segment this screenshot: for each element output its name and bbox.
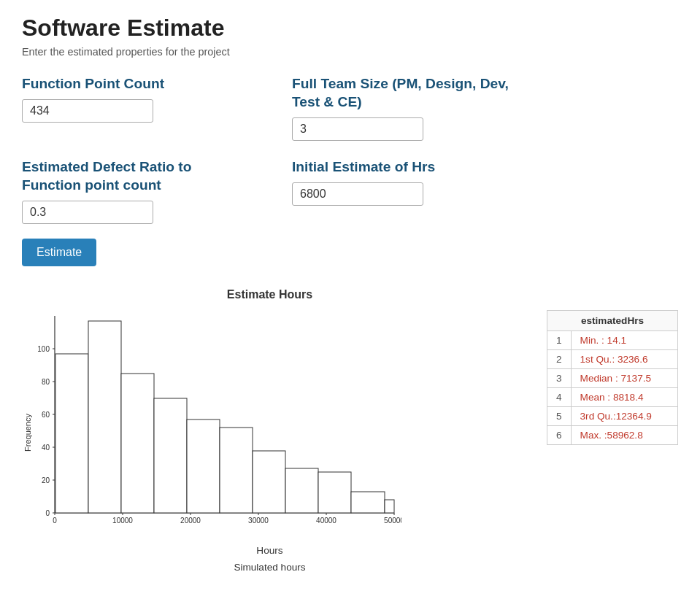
team-size-label: Full Team Size (PM, Design, Dev, Test & …: [292, 75, 518, 112]
svg-text:10000: 10000: [112, 517, 133, 525]
content-area: Estimate Hours Frequency 0 20 40 60: [22, 288, 678, 573]
y-axis-label: Frequency: [23, 413, 32, 451]
simulated-label: Simulated hours: [22, 562, 518, 573]
chart-title: Estimate Hours: [22, 288, 518, 301]
bar-10: [385, 500, 394, 513]
stats-value: 3rd Qu.:12364.9: [571, 406, 677, 425]
stats-value: Min. : 14.1: [571, 330, 677, 349]
svg-text:50000: 50000: [384, 517, 401, 525]
defect-ratio-group: Estimated Defect Ratio to Function point…: [22, 158, 248, 224]
bar-1: [88, 321, 121, 513]
svg-text:40000: 40000: [316, 517, 336, 525]
svg-text:60: 60: [42, 411, 50, 419]
svg-text:20: 20: [42, 476, 50, 484]
bar-0: [55, 354, 88, 513]
page-title: Software Estimate: [22, 15, 678, 42]
stats-index: 4: [547, 387, 572, 406]
stats-index: 1: [547, 330, 572, 349]
stats-row: 6Max. :58962.8: [547, 425, 678, 444]
stats-row: 21st Qu.: 3236.6: [547, 349, 678, 368]
estimate-button[interactable]: Estimate: [22, 239, 96, 266]
stats-value: 1st Qu.: 3236.6: [571, 349, 677, 368]
histogram-svg: Frequency 0 20 40 60 80 100: [22, 309, 401, 542]
bar-4: [187, 420, 220, 513]
chart-container: Estimate Hours Frequency 0 20 40 60: [22, 288, 518, 573]
bar-8: [318, 472, 351, 513]
svg-text:40: 40: [42, 444, 50, 452]
x-axis-label: Hours: [22, 545, 518, 556]
function-point-group: Function Point Count: [22, 75, 248, 141]
form-grid: Function Point Count Full Team Size (PM,…: [22, 75, 518, 224]
page-subtitle: Enter the estimated properties for the p…: [22, 46, 678, 58]
stats-value: Median : 7137.5: [571, 368, 677, 387]
svg-text:20000: 20000: [180, 517, 201, 525]
stats-row: 53rd Qu.:12364.9: [547, 406, 678, 425]
stats-row: 1Min. : 14.1: [547, 330, 678, 349]
initial-estimate-label: Initial Estimate of Hrs: [292, 158, 518, 177]
stats-row: 4Mean : 8818.4: [547, 387, 678, 406]
bar-9: [351, 492, 385, 513]
stats-value: Mean : 8818.4: [571, 387, 677, 406]
svg-text:0: 0: [45, 509, 50, 517]
svg-text:30000: 30000: [248, 517, 269, 525]
defect-ratio-input[interactable]: [22, 201, 153, 224]
stats-index: 6: [547, 425, 572, 444]
team-size-group: Full Team Size (PM, Design, Dev, Test & …: [292, 75, 518, 141]
initial-estimate-input[interactable]: [292, 182, 423, 206]
stats-table: estimatedHrs 1Min. : 14.121st Qu.: 3236.…: [547, 310, 678, 445]
initial-estimate-group: Initial Estimate of Hrs: [292, 158, 518, 224]
stats-value: Max. :58962.8: [571, 425, 677, 444]
bar-2: [121, 374, 154, 513]
team-size-input[interactable]: [292, 117, 423, 141]
stats-row: 3Median : 7137.5: [547, 368, 678, 387]
stats-index: 2: [547, 349, 572, 368]
function-point-label: Function Point Count: [22, 75, 248, 93]
stats-index: 5: [547, 406, 572, 425]
svg-text:100: 100: [37, 345, 50, 353]
stats-index: 3: [547, 368, 572, 387]
stats-container: estimatedHrs 1Min. : 14.121st Qu.: 3236.…: [547, 288, 678, 445]
stats-header: estimatedHrs: [547, 310, 678, 330]
bar-5: [220, 428, 253, 513]
svg-text:80: 80: [42, 378, 50, 386]
svg-text:0: 0: [53, 517, 57, 525]
bar-6: [253, 451, 285, 513]
defect-ratio-label: Estimated Defect Ratio to Function point…: [22, 158, 248, 195]
function-point-input[interactable]: [22, 99, 153, 123]
bar-3: [154, 398, 187, 513]
bar-7: [285, 468, 318, 513]
